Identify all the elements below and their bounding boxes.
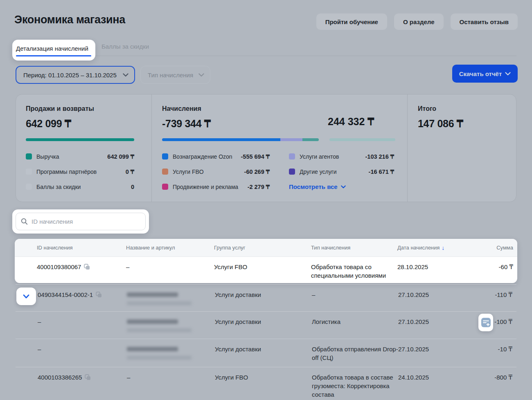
summary-card: Продажи и возвраты 642 099 ₸ Выручка 642… [16, 94, 516, 202]
sum-cell: -800 ₸ [464, 367, 512, 400]
tab-discount-points[interactable]: Баллы за скидки [101, 43, 149, 50]
accrual-type-cell: Логистика [312, 312, 398, 339]
accrual-date-cell: 27.10.2025 [398, 285, 464, 311]
service-group-cell: Услуги доставки [215, 312, 312, 339]
accrual-type-cell: Обработка товара в составе грузоместа: К… [312, 367, 398, 400]
header-buttons: Пройти обучение О разделе Оставить отзыв [316, 13, 518, 30]
fbo-services-dot [162, 169, 168, 175]
legend-value: -555 694 ₸ [241, 153, 270, 160]
copy-icon[interactable] [84, 264, 90, 270]
legend-label: Услуги FBO [173, 169, 204, 175]
accrual-id-cell: 4000103386265 [38, 367, 127, 400]
about-section-button[interactable]: О разделе [394, 13, 444, 30]
col-accrual-type[interactable]: Тип начисления [311, 245, 397, 251]
show-all-link[interactable]: Посмотреть все [289, 179, 394, 194]
chevron-down-icon [198, 73, 204, 77]
copy-icon[interactable] [85, 374, 91, 380]
tab-accrual-details[interactable]: Детализация начислений [12, 40, 95, 61]
accruals-title: Начисления [162, 105, 407, 112]
blurred-product-name [127, 292, 178, 297]
legend-item: Услуги агентов -103 216 ₸ [289, 149, 394, 164]
chevron-down-icon [23, 294, 29, 299]
legend-label: Выручка [36, 153, 59, 160]
product-name-cell-blurred [127, 285, 215, 311]
accrual-date-cell: 24.10.2025 [398, 367, 464, 400]
legend-item: Баллы за скидки 0 [26, 179, 134, 194]
search-highlight [12, 209, 149, 234]
col-service-group[interactable]: Группа услуг [214, 245, 311, 251]
total-value: 147 086 ₸ [418, 118, 463, 130]
service-group-cell: Услуги доставки [215, 285, 312, 311]
col-accrual-id[interactable]: ID начисления [37, 245, 126, 251]
legend-item: Услуги FBO -60 269 ₸ [162, 164, 270, 179]
search-box[interactable] [16, 213, 146, 230]
accrual-type-cell: Обработка отправления Drop-off (СЦ) [312, 339, 398, 367]
accrual-id-search-input[interactable] [32, 218, 140, 225]
download-report-button[interactable]: Скачать отчёт [452, 65, 518, 83]
legend-value: -16 671 ₸ [369, 169, 394, 175]
service-group-cell: Услуги доставки [215, 339, 312, 367]
accrual-type-filter[interactable]: Тип начисления [140, 66, 210, 84]
revenue-dot [26, 153, 32, 160]
period-filter-label: Период: 01.10.2025 – 31.10.2025 [23, 72, 123, 79]
accruals-positive-bar [329, 138, 395, 141]
sort-desc-icon[interactable]: ↓ [442, 245, 444, 251]
sum-cell: -110 ₸ [464, 285, 512, 311]
take-training-button[interactable]: Пройти обучение [316, 13, 387, 30]
blurred-product-name [127, 319, 178, 324]
document-badge[interactable] [478, 314, 493, 331]
download-report-label: Скачать отчёт [459, 70, 502, 77]
table-row[interactable]: 4000109380067 – Услуги FBO Обработка тов… [15, 257, 517, 280]
product-name-cell-blurred [127, 312, 215, 339]
legend-value: -2 279 ₸ [248, 184, 270, 190]
store-economics-page: Экономика магазина Пройти обучение О раз… [0, 0, 532, 400]
sales-bar [26, 138, 134, 141]
leave-feedback-button[interactable]: Оставить отзыв [451, 13, 518, 30]
copy-icon[interactable] [96, 292, 102, 298]
legend-label: Баллы за скидки [36, 184, 81, 190]
accruals-positive-total: 244 332 ₸ [328, 116, 374, 128]
table-row[interactable]: 0490344154-0002-1 Услуги доставки – 27.1… [16, 284, 516, 312]
total-title: Итого [418, 105, 463, 112]
sales-legend: Выручка 642 099 ₸ Программы партнёров 0 … [26, 149, 134, 194]
blurred-product-details [127, 301, 192, 305]
table-row[interactable]: 4000103386265 – Услуги FBO Обработка тов… [16, 367, 516, 400]
expand-row-button[interactable] [16, 288, 36, 305]
blurred-product-details [127, 356, 192, 360]
accruals-legend: Вознаграждение Ozon -555 694 ₸ Услуги FB… [162, 149, 407, 194]
agent-services-dot [289, 153, 295, 160]
accrual-type-cell: – [312, 285, 398, 311]
table-row[interactable]: – Услуги доставки Логистика 27.10.2025 [16, 312, 516, 339]
report-document-icon [481, 317, 491, 328]
service-group-cell: Услуги FBO [215, 367, 312, 400]
col-accrual-date[interactable]: Дата начисления↓ [397, 245, 463, 251]
product-name-cell: – [127, 367, 215, 400]
accrual-id: 4000103386265 [38, 373, 82, 382]
accrual-date-cell: 27.10.2025 [398, 339, 464, 367]
legend-item: Другие услуги -16 671 ₸ [289, 164, 394, 179]
legend-label: Другие услуги [300, 169, 337, 175]
accruals-bars [162, 138, 407, 141]
accruals-legend-col-a: Вознаграждение Ozon -555 694 ₸ Услуги FB… [162, 149, 270, 194]
accrual-id: 0490344154-0002-1 [38, 290, 93, 299]
sum-cell: -100 ₸ [464, 312, 512, 339]
accruals-section: Начисления -739 344 ₸ 244 332 ₸ Вознагра… [152, 94, 408, 202]
blurred-product-name [127, 347, 178, 351]
table-row[interactable]: – Услуги доставки Обработка отправления … [16, 339, 516, 367]
legend-label: Услуги агентов [300, 153, 339, 160]
sales-bar-segment [26, 138, 134, 141]
col-name-sku[interactable]: Название и артикул [126, 245, 214, 251]
table-body: 0490344154-0002-1 Услуги доставки – 27.1… [16, 284, 516, 400]
legend-item: Выручка 642 099 ₸ [26, 149, 134, 164]
accrual-date-cell: 28.10.2025 [397, 263, 463, 280]
ozon-fee-bar-segment [162, 138, 280, 141]
col-sum[interactable]: Сумма [463, 245, 513, 251]
agent-services-bar-segment [280, 138, 302, 141]
ozon-fee-dot [162, 153, 168, 160]
legend-item: Продвижение и реклама -2 279 ₸ [162, 179, 270, 194]
sum-cell: -60 ₸ [463, 263, 513, 280]
period-filter[interactable]: Период: 01.10.2025 – 31.10.2025 [16, 66, 135, 84]
other-bar-segment [302, 138, 319, 141]
accrual-date-cell: 27.10.2025 [398, 312, 464, 339]
accrual-id-cell: 0490344154-0002-1 [38, 285, 127, 311]
